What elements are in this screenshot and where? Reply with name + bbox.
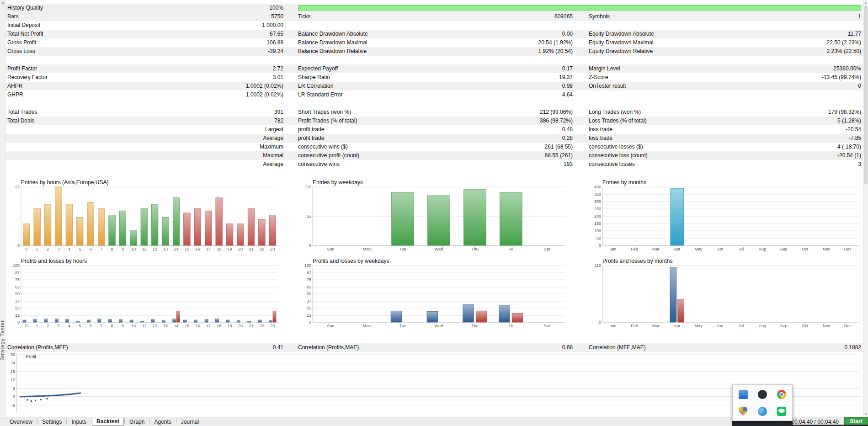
- entries-by-hours-chart: Entries by hours (Asia,Europe,USA)027012…: [6, 179, 281, 252]
- stat-row: AHPR1.0002 (0.02%)LR Correlation0.98OnTe…: [5, 82, 863, 91]
- stat-value: -13.45 (99.74%): [724, 73, 861, 82]
- svg-text:4: 4: [68, 247, 70, 251]
- svg-text:20: 20: [238, 247, 243, 251]
- svg-text:9: 9: [122, 324, 124, 328]
- chrome-tray-icon[interactable]: [777, 390, 786, 399]
- stat-value: 0.98: [436, 82, 573, 91]
- svg-text:Oct: Oct: [802, 324, 809, 328]
- vertical-scrollbar[interactable]: ▲ ▼: [863, 0, 868, 417]
- correlation-row: Correlation (Profits,MFE) 0.41 Correlati…: [5, 343, 863, 352]
- tab-inputs[interactable]: Inputs: [67, 418, 91, 426]
- tab-settings[interactable]: Settings: [38, 418, 66, 426]
- app-window-tray-icon[interactable]: [739, 390, 748, 399]
- stat-label: consecutive wins: [298, 160, 340, 169]
- svg-text:12: 12: [307, 313, 311, 318]
- svg-text:May: May: [694, 324, 703, 328]
- tray-cell: [777, 390, 786, 399]
- edge-browser-tray-icon[interactable]: [758, 407, 767, 416]
- stat-row: GHPR1.0002 (0.02%)LR Standard Error4.64: [5, 91, 863, 99]
- line-chat-tray-icon[interactable]: [777, 407, 786, 416]
- tab-graph[interactable]: Graph: [125, 418, 149, 426]
- svg-text:10: 10: [131, 324, 136, 328]
- stat-value: Average: [146, 160, 283, 169]
- stat-label: Short Trades (won %): [298, 108, 351, 117]
- scroll-down-arrow-icon[interactable]: ▼: [863, 411, 868, 417]
- close-button[interactable]: ×: [0, 0, 5, 6]
- stat-row: Gross Profit106.89Balance Drawdown Maxim…: [5, 38, 863, 47]
- tab-overview[interactable]: Overview: [5, 418, 37, 426]
- stat-value: -39.24: [146, 47, 283, 56]
- stat-value: 67.65: [146, 30, 283, 38]
- stat-label: profit trade: [298, 125, 324, 134]
- svg-text:22: 22: [260, 324, 264, 328]
- stat-row: Maximalconsecutive profit (count)68.55 (…: [5, 151, 863, 160]
- scroll-up-arrow-icon[interactable]: ▲: [863, 0, 868, 5]
- svg-text:100: 100: [13, 264, 20, 268]
- stat-row: Recovery Factor3.01Sharpe Ratio19.37Z-Sc…: [5, 73, 863, 82]
- svg-text:27: 27: [15, 186, 20, 189]
- stat-value: 0.41: [146, 343, 283, 352]
- stat-row: Profit Factor2.72Expected Payoff0.17Marg…: [5, 64, 863, 73]
- svg-text:6: 6: [90, 324, 92, 328]
- svg-text:21: 21: [249, 324, 253, 328]
- svg-text:13: 13: [163, 247, 168, 251]
- stat-row: Total Trades391Short Trades (won %)212 (…: [5, 108, 863, 117]
- svg-text:37: 37: [15, 299, 20, 304]
- svg-text:0: 0: [599, 320, 601, 325]
- svg-text:0: 0: [25, 324, 27, 328]
- stat-label: consecutive wins ($): [298, 143, 348, 151]
- stat-label: Equity Drawdown Relative: [589, 47, 653, 56]
- windows-taskbar-sliver: [732, 421, 793, 426]
- stat-value: 20.54 (1.92%): [436, 38, 573, 47]
- tray-cell: [777, 407, 786, 416]
- stat-label: Balance Drawdown Maximal: [298, 38, 367, 47]
- tab-separator: [149, 419, 149, 424]
- strategy-tester-backtest-panel: × Strategy Tester History Quality 100% B…: [0, 0, 868, 426]
- github-tray-icon[interactable]: [758, 390, 767, 399]
- svg-text:Sep: Sep: [780, 324, 788, 328]
- svg-text:9: 9: [122, 247, 124, 251]
- svg-text:5: 5: [79, 324, 81, 328]
- tab-agents[interactable]: Agents: [150, 418, 175, 426]
- stat-value: 5 (1.28%): [724, 117, 861, 125]
- stat-value: 2.72: [146, 64, 283, 73]
- stat-label: History Quality: [7, 4, 43, 12]
- stat-row: Largestprofit trade0.48loss trade-20.54: [5, 125, 863, 134]
- stat-label: Loss Trades (% of total): [589, 117, 647, 125]
- tab-backtest[interactable]: Backtest: [92, 418, 124, 426]
- defender-shield-tray-icon[interactable]: [739, 407, 747, 416]
- stat-label: Correlation (MFE,MAE): [589, 343, 646, 352]
- svg-text:Feb: Feb: [631, 324, 638, 328]
- stat-value: 11.77: [724, 30, 861, 38]
- svg-text:19: 19: [228, 324, 232, 328]
- stat-label: Total Trades: [7, 108, 37, 117]
- svg-text:1: 1: [36, 324, 38, 328]
- stat-value: 4.64: [436, 91, 573, 99]
- svg-text:18: 18: [217, 247, 221, 251]
- svg-text:May: May: [694, 247, 703, 251]
- stat-label: profit trade: [298, 134, 324, 143]
- svg-text:7: 7: [100, 247, 102, 251]
- stat-value: 68.55 (261): [436, 151, 573, 160]
- stat-value: 0.68: [436, 343, 573, 352]
- stat-value: 3: [724, 160, 861, 169]
- svg-text:21: 21: [249, 247, 253, 251]
- svg-text:0: 0: [25, 247, 27, 251]
- stat-row: Averageconsecutive wins193consecutive lo…: [5, 160, 863, 169]
- stat-label: Z-Score: [589, 73, 608, 82]
- tab-journal[interactable]: Journal: [177, 418, 203, 426]
- svg-text:0: 0: [309, 320, 311, 325]
- svg-text:Jan: Jan: [610, 247, 617, 251]
- scrollbar-thumb[interactable]: [864, 6, 868, 184]
- svg-text:Aug: Aug: [759, 247, 766, 251]
- svg-text:Nov: Nov: [823, 247, 831, 251]
- svg-text:25: 25: [307, 306, 311, 310]
- svg-text:Mar: Mar: [652, 247, 660, 251]
- stat-value: Maximum: [146, 143, 283, 151]
- stat-label: AHPR: [7, 82, 22, 91]
- svg-text:100: 100: [594, 229, 601, 233]
- stat-value: 1: [724, 12, 861, 21]
- svg-text:Fri: Fri: [508, 247, 513, 251]
- stat-value: 1.92% (20.54): [436, 47, 573, 56]
- stat-row: Maximumconsecutive wins ($)261 (68.55)co…: [5, 143, 863, 151]
